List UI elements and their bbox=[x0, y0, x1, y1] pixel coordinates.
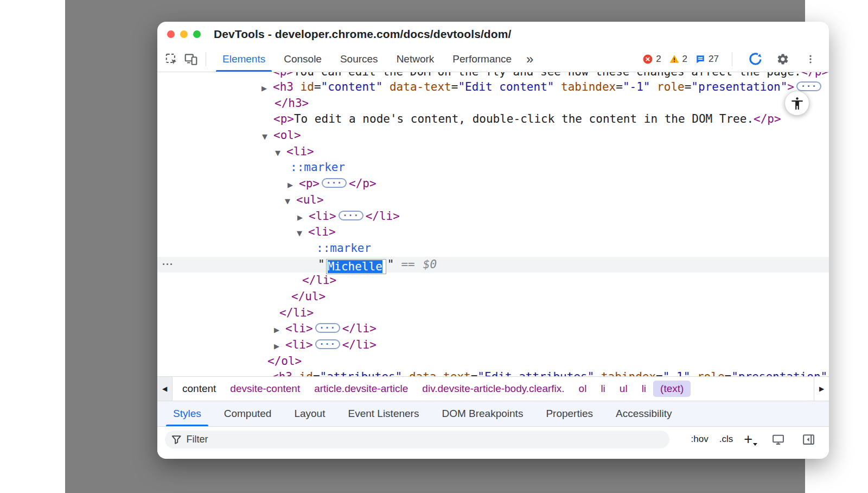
inline-expand-ellipsis-button[interactable]: ··· bbox=[315, 323, 340, 333]
disclosure-triangle-collapsed-icon[interactable]: ▶ bbox=[297, 210, 309, 226]
tab-network[interactable]: Network bbox=[387, 46, 444, 72]
drawer-tab-styles[interactable]: Styles bbox=[162, 401, 213, 426]
dom-node-row[interactable]: ▶<h3 id="attributes" data-text="Edit att… bbox=[157, 369, 829, 376]
breadcrumb-content[interactable]: content bbox=[175, 381, 223, 397]
code-token-text: To edit a node's content, double-click t… bbox=[294, 112, 754, 125]
console-warnings-badge[interactable]: 2 bbox=[669, 54, 687, 65]
tab-elements[interactable]: Elements bbox=[213, 46, 275, 72]
console-errors-badge[interactable]: 2 bbox=[643, 54, 661, 65]
disclosure-triangle-collapsed-icon[interactable]: ▶ bbox=[261, 80, 273, 97]
disclosure-triangle-expanded-icon[interactable]: ▼ bbox=[275, 145, 286, 161]
traffic-lights bbox=[167, 30, 201, 38]
drawer-tab-computed[interactable]: Computed bbox=[213, 401, 283, 426]
minimize-window-button[interactable] bbox=[180, 30, 188, 38]
breadcrumb-text[interactable]: (text) bbox=[653, 381, 691, 397]
issues-count: 27 bbox=[709, 54, 719, 65]
dom-node-row[interactable]: ::marker bbox=[157, 241, 829, 257]
toolbar-separator bbox=[206, 52, 206, 66]
sidebar-toggle-button[interactable] bbox=[799, 429, 818, 449]
breadcrumb-div-devsite-article-body-clearfix[interactable]: div.devsite-article-body.clearfix. bbox=[415, 381, 571, 397]
reload-devtools-button[interactable] bbox=[745, 49, 765, 69]
disclosure-triangle-expanded-icon[interactable]: ▼ bbox=[285, 193, 296, 210]
disclosure-triangle-collapsed-icon[interactable]: ▶ bbox=[288, 177, 299, 193]
drawer-tab-layout[interactable]: Layout bbox=[283, 401, 336, 426]
disclosure-triangle-expanded-icon[interactable]: ▼ bbox=[262, 129, 273, 145]
settings-button[interactable] bbox=[773, 49, 793, 69]
dom-node-row[interactable]: ▶<h3 id="content" data-text="Edit conten… bbox=[157, 79, 829, 96]
filter-field[interactable] bbox=[165, 431, 669, 448]
dom-node-row[interactable]: ▼<li> bbox=[157, 144, 829, 160]
tab-sources[interactable]: Sources bbox=[331, 46, 387, 72]
close-window-button[interactable] bbox=[167, 30, 175, 38]
breadcrumb-li[interactable]: li bbox=[593, 381, 612, 397]
dom-node-row[interactable]: </ul> bbox=[157, 289, 829, 305]
disclosure-triangle-collapsed-icon[interactable]: ▶ bbox=[260, 370, 272, 376]
breadcrumb-devsite-content[interactable]: devsite-content bbox=[223, 381, 307, 397]
dom-node-row[interactable]: </ol> bbox=[157, 353, 829, 370]
accessibility-overlay-button[interactable] bbox=[784, 91, 809, 116]
drawer-tab-dom-breakpoints[interactable]: DOM Breakpoints bbox=[430, 401, 534, 426]
code-token-tag: <p> bbox=[273, 72, 293, 78]
new-style-rule-button[interactable]: + bbox=[744, 433, 757, 445]
element-classes-button[interactable]: .cls bbox=[719, 434, 733, 445]
zoom-window-button[interactable] bbox=[193, 30, 201, 38]
toggle-element-state-button[interactable]: :hov bbox=[691, 434, 709, 445]
dom-node-row[interactable]: </h3> bbox=[157, 96, 829, 112]
drawer-tab-event-listeners[interactable]: Event Listeners bbox=[336, 401, 430, 426]
dom-node-row[interactable]: ▶<li>···</li> bbox=[157, 337, 829, 353]
inline-text-editor[interactable]: Michelle bbox=[326, 259, 386, 274]
dom-node-row[interactable]: ▶<p>···</p> bbox=[157, 176, 829, 192]
dom-node-row[interactable]: ▼<li> bbox=[157, 224, 829, 241]
dom-node-row[interactable]: ▼<ul> bbox=[157, 192, 829, 208]
row-overflow-menu-icon[interactable]: ··· bbox=[162, 257, 174, 273]
dom-node-row[interactable]: </li> bbox=[157, 273, 829, 289]
dom-node-row[interactable]: ▶<li>···</li> bbox=[157, 208, 829, 225]
code-token-attr: role bbox=[650, 80, 684, 93]
dom-node-row[interactable]: ···"Michelle"==$0 bbox=[157, 257, 829, 273]
issues-badge[interactable]: 27 bbox=[695, 54, 719, 65]
breadcrumb-li[interactable]: li bbox=[635, 381, 653, 397]
kebab-menu-button[interactable] bbox=[801, 49, 820, 69]
status-badges: 2 2 27 bbox=[643, 49, 820, 69]
breadcrumb-scroll-right-button[interactable]: ▶ bbox=[814, 377, 829, 401]
breadcrumb-scroll-left-button[interactable]: ◀ bbox=[157, 377, 173, 401]
inline-expand-ellipsis-button[interactable]: ··· bbox=[796, 81, 821, 91]
dom-node-row[interactable]: <p>You can edit the DOM on the fly and s… bbox=[157, 72, 829, 79]
disclosure-triangle-collapsed-icon[interactable]: ▶ bbox=[274, 338, 285, 355]
breadcrumb-article-devsite-article[interactable]: article.devsite-article bbox=[307, 381, 415, 397]
tab-performance[interactable]: Performance bbox=[443, 46, 521, 72]
inspect-element-button[interactable] bbox=[162, 49, 181, 69]
disclosure-triangle-expanded-icon[interactable]: ▼ bbox=[297, 225, 308, 242]
code-token-q: " bbox=[318, 258, 325, 271]
error-icon bbox=[643, 54, 653, 64]
title-bar: DevTools - developer.chrome.com/docs/dev… bbox=[157, 22, 829, 46]
sidebar-toggle-icon bbox=[802, 433, 815, 446]
devtools-window: DevTools - developer.chrome.com/docs/dev… bbox=[157, 22, 829, 459]
warning-count: 2 bbox=[682, 54, 687, 65]
dom-node-row[interactable]: </li> bbox=[157, 305, 829, 321]
dom-node-row[interactable]: ▶<li>···</li> bbox=[157, 321, 829, 337]
code-token-attr: role bbox=[690, 370, 724, 376]
breadcrumb-ol[interactable]: ol bbox=[572, 381, 594, 397]
settings-gear-icon bbox=[776, 53, 789, 66]
breadcrumb-ul[interactable]: ul bbox=[612, 381, 635, 397]
tab-console[interactable]: Console bbox=[275, 46, 331, 72]
code-token-val: "-1" bbox=[623, 80, 650, 93]
toolbar-separator bbox=[732, 52, 732, 66]
dom-node-row[interactable]: <p>To edit a node's content, double-clic… bbox=[157, 111, 829, 128]
rendering-emulations-button[interactable] bbox=[768, 429, 788, 449]
plus-icon: + bbox=[744, 433, 752, 445]
code-token-val: "attributes" bbox=[320, 370, 403, 376]
more-tabs-button[interactable]: » bbox=[521, 52, 539, 67]
disclosure-triangle-collapsed-icon[interactable]: ▶ bbox=[274, 322, 285, 338]
inline-expand-ellipsis-button[interactable]: ··· bbox=[315, 339, 340, 349]
dom-node-row[interactable]: ::marker bbox=[157, 160, 829, 176]
code-token-val: "Edit content" bbox=[458, 80, 554, 93]
drawer-tab-properties[interactable]: Properties bbox=[534, 401, 604, 426]
dom-node-row[interactable]: ▼<ol> bbox=[157, 128, 829, 144]
device-toolbar-button[interactable] bbox=[181, 49, 201, 69]
filter-input[interactable] bbox=[186, 434, 666, 445]
inline-expand-ellipsis-button[interactable]: ··· bbox=[339, 211, 363, 220]
inline-expand-ellipsis-button[interactable]: ··· bbox=[322, 178, 347, 188]
drawer-tab-accessibility[interactable]: Accessibility bbox=[604, 401, 683, 426]
